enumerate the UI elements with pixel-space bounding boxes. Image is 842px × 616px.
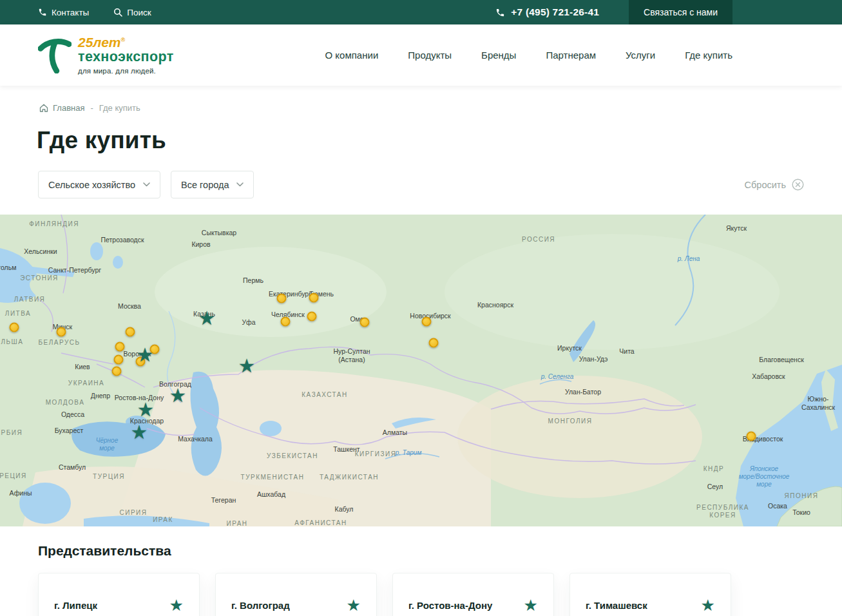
topbar-contacts-link[interactable]: Контакты bbox=[38, 0, 89, 24]
map-country-label: ИРАК bbox=[153, 516, 173, 524]
map-marker-dot[interactable] bbox=[57, 327, 66, 337]
contacts-icon bbox=[38, 8, 47, 17]
map-marker-dot[interactable] bbox=[429, 338, 439, 348]
map-water-label: р. Тарим bbox=[396, 449, 422, 457]
chevron-down-icon bbox=[236, 182, 244, 187]
map-city-label: Одесса bbox=[61, 410, 84, 419]
map[interactable]: ФИНЛЯНДИЯРОССИЯЭСТОНИЯЛАТВИЯЛИТВАБЕЛАРУС… bbox=[0, 215, 842, 526]
logo-tagline: для мира. для людей. bbox=[78, 67, 174, 75]
filters-bar: Сельское хозяйство Все города Сбросить bbox=[38, 171, 804, 198]
office-city: г. Волгоград bbox=[231, 600, 290, 611]
logo-years: 25лет® bbox=[78, 35, 174, 50]
map-country-label: МОЛДОВА bbox=[46, 399, 85, 407]
map-city-label: Сеул bbox=[707, 483, 723, 491]
map-city-label: Уфа bbox=[242, 318, 255, 327]
map-marker-dot[interactable] bbox=[114, 355, 124, 365]
map-city-label: Красноярск bbox=[477, 301, 513, 309]
map-marker-dot[interactable] bbox=[422, 317, 432, 327]
category-select[interactable]: Сельское хозяйство bbox=[38, 171, 160, 198]
map-country-label: ТАДЖИКИСТАН bbox=[320, 474, 379, 481]
topbar-search-link[interactable]: Поиск bbox=[113, 0, 151, 24]
office-card-volgograd[interactable]: г. Волгоград ★ bbox=[215, 573, 377, 616]
office-card-timashevsk[interactable]: г. Тимашевск ★ bbox=[569, 573, 731, 616]
map-city-label: Южно-Сахалинск bbox=[801, 395, 835, 411]
map-country-label: АФГАНИСТАН bbox=[294, 519, 347, 526]
map-marker-dot[interactable] bbox=[747, 432, 756, 441]
map-country-label: ЭСТОНИЯ bbox=[20, 274, 59, 282]
map-marker-dot[interactable] bbox=[281, 317, 291, 327]
logo-name: техноэкспорт bbox=[78, 50, 174, 64]
office-card-lipetsk[interactable]: г. Липецк ★ bbox=[38, 573, 200, 616]
map-city-label: Ашхабад bbox=[257, 490, 285, 499]
map-marker-dot[interactable] bbox=[307, 312, 317, 322]
city-select-value: Все города bbox=[181, 180, 229, 190]
map-country-label: ТУРЦИЯ bbox=[93, 473, 125, 481]
map-country-label: МОНГОЛИЯ bbox=[548, 418, 593, 425]
map-country-label: ЛАТВИЯ bbox=[14, 296, 46, 303]
map-marker-star[interactable]: ★ bbox=[137, 345, 154, 365]
office-city: г. Тимашевск bbox=[586, 600, 647, 611]
nav-item-products[interactable]: Продукты bbox=[408, 50, 452, 61]
topbar: Контакты Поиск +7 (495) 721-26-41 Связат… bbox=[0, 0, 842, 24]
breadcrumb-separator: - bbox=[90, 103, 93, 113]
map-city-label: Санкт-Петербург bbox=[48, 266, 101, 274]
office-card-rostov[interactable]: г. Ростов-на-Дону ★ bbox=[392, 573, 554, 616]
nav-item-about[interactable]: О компании bbox=[325, 50, 379, 61]
page-title: Где купить bbox=[37, 127, 842, 154]
close-circle-icon bbox=[792, 178, 804, 191]
map-city-label: Ташкент bbox=[333, 445, 359, 454]
contact-us-button[interactable]: Связаться с нами bbox=[629, 0, 732, 24]
map-city-label: Улан-Удэ bbox=[579, 355, 608, 363]
map-marker-dot[interactable] bbox=[126, 327, 135, 337]
map-city-label: Днепр bbox=[91, 392, 110, 400]
map-water-label: Японское море/Восточное море bbox=[739, 465, 790, 488]
phone-number: +7 (495) 721-26-41 bbox=[511, 6, 599, 18]
map-city-label: Иркутск bbox=[557, 344, 582, 352]
map-marker-dot[interactable] bbox=[277, 294, 287, 303]
map-country-label: ИРАН bbox=[226, 520, 247, 526]
nav-item-where-to-buy[interactable]: Где купить bbox=[685, 50, 732, 61]
map-marker-dot[interactable] bbox=[115, 342, 125, 352]
map-country-label: КИРГИЗИЯ bbox=[355, 450, 397, 458]
star-icon: ★ bbox=[169, 597, 184, 613]
map-water-label: Чёрное море bbox=[96, 437, 118, 452]
map-country-label: БЕЛАРУСЬ bbox=[38, 339, 80, 347]
nav-item-services[interactable]: Услуги bbox=[626, 50, 655, 61]
map-water-label: р. Селенга bbox=[541, 373, 574, 381]
map-country-label: КАЗАХСТАН bbox=[301, 391, 348, 399]
map-city-label: Хабаровск bbox=[752, 372, 785, 381]
logo[interactable]: 25лет® техноэкспорт для мира. для людей. bbox=[38, 35, 174, 75]
breadcrumb-home-label: Главная bbox=[53, 103, 84, 113]
map-marker-star[interactable]: ★ bbox=[238, 356, 256, 376]
nav-item-brands[interactable]: Бренды bbox=[481, 50, 516, 61]
map-country-label: ФИНЛЯНДИЯ bbox=[29, 220, 79, 228]
topbar-contacts-label: Контакты bbox=[52, 8, 89, 17]
map-country-label: ЛИТВА bbox=[5, 310, 31, 318]
main-nav: О компании Продукты Бренды Партнерам Усл… bbox=[325, 50, 732, 61]
map-marker-dot[interactable] bbox=[309, 293, 319, 303]
map-marker-star[interactable]: ★ bbox=[198, 309, 216, 328]
map-city-label: Киров bbox=[191, 240, 210, 249]
office-cards: г. Липецк ★ г. Волгоград ★ г. Ростов-на-… bbox=[38, 573, 804, 616]
map-marker-star[interactable]: ★ bbox=[169, 386, 187, 405]
map-city-label: Нур-Султан (Астана) bbox=[333, 347, 370, 363]
map-country-label: ГРЕЦИЯ bbox=[0, 472, 27, 480]
phone-link[interactable]: +7 (495) 721-26-41 bbox=[495, 0, 599, 24]
map-city-label: Екатеринбург bbox=[269, 290, 311, 298]
city-select[interactable]: Все города bbox=[171, 171, 254, 198]
map-country-label: ПОЛЬША bbox=[0, 338, 23, 346]
map-city-label: Пермь bbox=[243, 276, 263, 285]
map-marker-dot[interactable] bbox=[10, 323, 19, 332]
map-marker-dot[interactable] bbox=[112, 367, 122, 376]
map-marker-star[interactable]: ★ bbox=[137, 400, 155, 419]
breadcrumb-current: Где купить bbox=[99, 103, 140, 113]
reset-filters-button[interactable]: Сбросить bbox=[745, 178, 804, 191]
map-country-label: ТУРКМЕНИСТАН bbox=[241, 474, 305, 481]
category-select-value: Сельское хозяйство bbox=[48, 180, 135, 190]
breadcrumb-home-link[interactable]: Главная bbox=[39, 103, 84, 113]
map-marker-star[interactable]: ★ bbox=[131, 423, 148, 442]
nav-item-partners[interactable]: Партнерам bbox=[546, 50, 596, 61]
map-city-label: Махачкала bbox=[178, 435, 213, 443]
map-marker-dot[interactable] bbox=[360, 318, 370, 327]
map-city-label: Улан-Батор bbox=[565, 388, 601, 396]
